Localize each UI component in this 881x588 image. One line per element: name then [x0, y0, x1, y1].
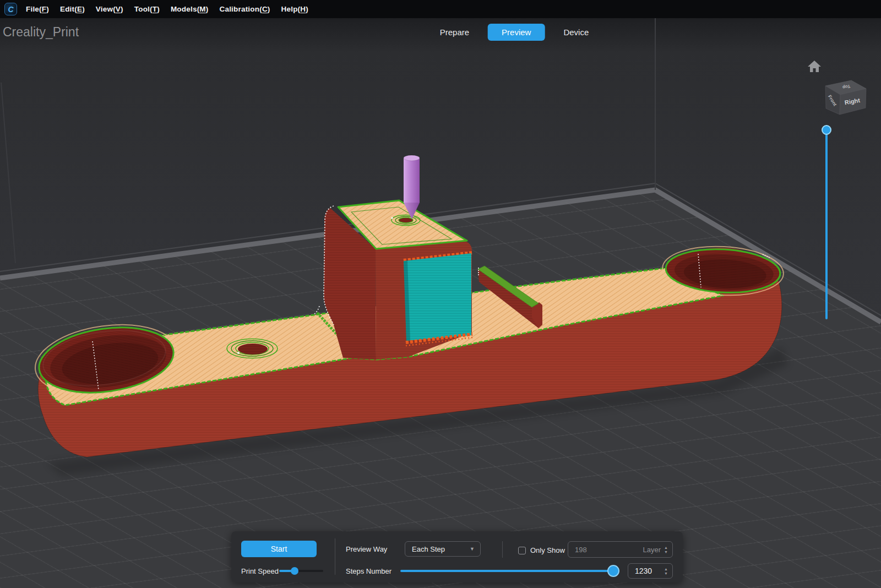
tab-prepare[interactable]: Prepare — [438, 24, 471, 41]
viewport-3d[interactable]: Creality_Print Prepare Preview Device To… — [0, 0, 881, 588]
layer-range-slider[interactable] — [819, 122, 834, 326]
start-button[interactable]: Start — [241, 541, 317, 557]
preview-way-label: Preview Way — [346, 545, 387, 553]
steps-value-input[interactable]: 1230 ▲ ▼ — [628, 563, 673, 579]
menu-file[interactable]: File(F) — [26, 5, 49, 13]
menu-tool[interactable]: Tool(T) — [134, 5, 160, 13]
view-cube-faces: Top Front Right — [825, 80, 866, 115]
creality-print-window: Creality_Print Prepare Preview Device To… — [0, 0, 881, 588]
menu-models[interactable]: Models(M) — [171, 5, 209, 13]
preview-way-select[interactable]: Each Step ▼ — [405, 541, 481, 557]
layer-unit-label: Layer — [643, 546, 661, 554]
home-view-button[interactable] — [806, 58, 823, 74]
print-speed-slider-handle[interactable] — [291, 567, 298, 575]
panel-divider — [502, 541, 503, 558]
only-show-checkbox[interactable] — [518, 547, 526, 554]
layer-spinner-down-icon[interactable]: ▼ — [664, 550, 668, 554]
preview-control-panel: Start Print Speed Preview Way Each Step … — [231, 531, 683, 582]
page-title: Creality_Print — [3, 25, 79, 40]
app-logo-icon[interactable]: C — [4, 3, 17, 15]
only-show-label: Only Show — [530, 546, 565, 554]
steps-value[interactable]: 1230 — [635, 567, 661, 575]
menu-bar: C File(F) Edit(E) View(V) Tool(T) Models… — [0, 0, 881, 18]
print-speed-label: Print Speed — [241, 567, 279, 575]
panel-divider — [335, 538, 335, 575]
steps-spinner-up-icon[interactable]: ▲ — [664, 567, 668, 571]
layer-slider-handle[interactable] — [822, 125, 831, 135]
mode-tabs: Prepare Preview Device — [438, 24, 591, 41]
menu-edit[interactable]: Edit(E) — [60, 5, 85, 13]
steps-slider-handle[interactable] — [607, 565, 619, 577]
build-plate-floor — [0, 0, 881, 588]
steps-number-label: Steps Number — [346, 567, 391, 575]
view-cube[interactable]: Top Front Right — [804, 76, 875, 122]
menu-calibration[interactable]: Calibration(C) — [219, 5, 270, 13]
print-speed-slider[interactable] — [279, 566, 323, 576]
menu-help[interactable]: Help(H) — [281, 5, 308, 13]
steps-number-slider[interactable] — [400, 566, 619, 576]
menu-items: File(F) Edit(E) View(V) Tool(T) Models(M… — [26, 5, 308, 13]
tab-device[interactable]: Device — [561, 24, 591, 41]
layer-number-input[interactable]: 198 Layer ▲ ▼ — [568, 541, 673, 558]
chevron-down-icon: ▼ — [470, 546, 475, 552]
home-icon — [808, 61, 821, 72]
layer-slider-track[interactable] — [825, 133, 828, 319]
layer-value[interactable]: 198 — [575, 546, 643, 554]
layer-spinner-up-icon[interactable]: ▲ — [664, 546, 668, 549]
tab-preview[interactable]: Preview — [488, 24, 545, 41]
menu-view[interactable]: View(V) — [96, 5, 123, 13]
nozzle-indicator — [404, 155, 420, 219]
steps-spinner-down-icon[interactable]: ▼ — [664, 571, 668, 575]
